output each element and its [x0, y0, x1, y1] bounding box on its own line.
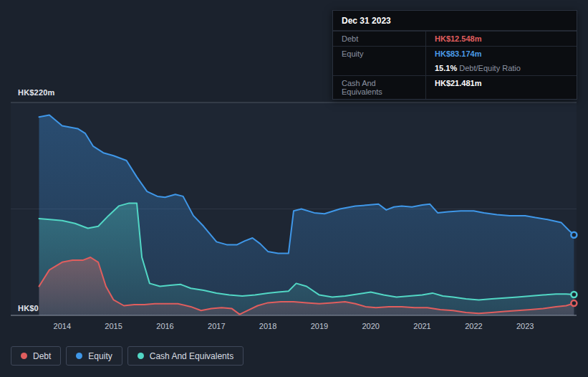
debt-endpoint-dot: [571, 300, 577, 306]
tooltip-debt-row: Debt HK$12.548m: [333, 31, 577, 46]
tooltip-debt-label: Debt: [333, 32, 426, 46]
tooltip-ratio-row: 15.1% Debt/Equity Ratio: [333, 61, 577, 75]
tooltip-debt-value: HK$12.548m: [426, 32, 577, 46]
legend-item-debt[interactable]: Debt: [11, 346, 61, 366]
x-axis-label: 2021: [413, 322, 430, 330]
legend: Debt Equity Cash And Equivalents: [11, 346, 244, 366]
legend-label-equity: Equity: [88, 351, 112, 361]
tooltip-equity-row: Equity HK$83.174m: [333, 46, 577, 61]
tooltip-equity-value: HK$83.174m: [426, 47, 577, 61]
debt-series-dot: [21, 353, 27, 359]
legend-label-debt: Debt: [33, 351, 51, 361]
tooltip-ratio-spacer: [333, 61, 426, 75]
legend-item-equity[interactable]: Equity: [66, 346, 122, 366]
x-axis-label: 2016: [156, 322, 173, 330]
tooltip-cash-label: Cash And Equivalents: [333, 76, 426, 99]
x-axis-label: 2014: [54, 322, 71, 330]
legend-item-cash[interactable]: Cash And Equivalents: [127, 346, 244, 366]
debt-equity-history-chart: HK$220m HK$0 201420152016201720182019202…: [0, 0, 588, 377]
x-axis-label: 2017: [208, 322, 225, 330]
cash-and-equivalents-endpoint-dot: [571, 292, 577, 297]
tooltip: Dec 31 2023 Debt HK$12.548m Equity HK$83…: [332, 10, 577, 100]
x-axis-label: 2019: [311, 322, 328, 330]
cash-series-dot: [138, 353, 144, 359]
legend-label-cash: Cash And Equivalents: [150, 351, 233, 361]
tooltip-cash-value: HK$21.481m: [426, 76, 577, 99]
y-axis-label-max: HK$220m: [18, 88, 55, 97]
x-axis-label: 2018: [259, 322, 276, 330]
equity-series-dot: [76, 353, 82, 359]
x-axis-label: 2015: [105, 322, 122, 330]
x-axis-label: 2023: [516, 322, 534, 330]
x-axis-label: 2020: [362, 322, 379, 330]
equity-endpoint-dot: [571, 232, 577, 238]
x-axis-label: 2022: [465, 322, 482, 330]
tooltip-equity-label: Equity: [333, 47, 426, 61]
x-axis: 2014201520162017201820192020202120222023: [0, 322, 588, 333]
tooltip-ratio-value-cell: 15.1% Debt/Equity Ratio: [426, 61, 577, 75]
tooltip-cash-row: Cash And Equivalents HK$21.481m: [333, 75, 577, 99]
tooltip-ratio-label: Debt/Equity Ratio: [459, 64, 521, 72]
y-axis-label-zero: HK$0: [18, 304, 39, 312]
tooltip-date: Dec 31 2023: [333, 11, 577, 31]
tooltip-ratio-value: 15.1%: [435, 64, 457, 72]
